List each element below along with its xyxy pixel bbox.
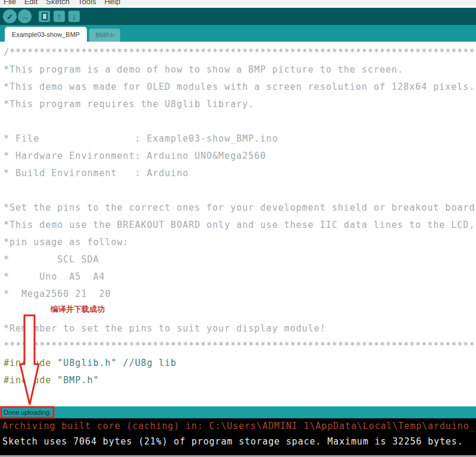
open-button[interactable]: ↑: [54, 11, 65, 22]
new-sketch-button[interactable]: [39, 11, 50, 22]
code-line: *pin usage as follow:: [4, 234, 476, 251]
menubar-items: FileEditSketchToolsHelp: [4, 0, 476, 6]
status-bar: Done uploading.: [0, 406, 476, 418]
code-line: * Build Environment : Arduino: [4, 165, 476, 182]
save-button[interactable]: ↓: [68, 11, 80, 22]
upload-button[interactable]: →: [18, 10, 32, 23]
editor[interactable]: /***************************************…: [0, 42, 476, 406]
code-line: /***************************************…: [4, 44, 476, 61]
tab-label: BMP.h: [95, 32, 114, 39]
check-icon: ✓: [7, 12, 14, 21]
document-icon: [42, 12, 48, 20]
code-line: * Hardware Environment: Arduino UNO&Mega…: [4, 148, 476, 165]
code-line: *This demo was made for OLED modules wit…: [4, 79, 476, 96]
down-arrow-icon: ↓: [72, 12, 76, 21]
console-line: Archiving built core (caching) in: C:\Us…: [2, 421, 476, 431]
console-line: Sketch uses 7064 bytes (21%) of program …: [2, 436, 476, 447]
menu-item-edit[interactable]: Edit: [24, 0, 37, 6]
toolbar: ✓→↑↓: [0, 8, 476, 25]
code-line: * SCL SDA: [4, 251, 476, 268]
console-output[interactable]: Archiving built core (caching) in: C:\Us…: [0, 418, 476, 455]
code-line: *Remember to set the pins to suit your d…: [4, 320, 476, 337]
code-line: *This program is a demo of how to show a…: [4, 61, 476, 79]
code-area: /***************************************…: [0, 42, 476, 389]
menu-item-tools[interactable]: Tools: [78, 0, 96, 6]
code-line: [4, 182, 476, 199]
code-line: * Uno A5 A4: [4, 268, 476, 286]
status-message: Done uploading.: [4, 409, 51, 416]
code-line: #include "BMP.h": [4, 372, 476, 389]
right-arrow-icon: →: [21, 12, 29, 21]
code-line: *This demo use the BREAKOUT BOARD only a…: [4, 217, 476, 234]
menubar: FileEditSketchToolsHelp: [0, 0, 476, 7]
code-line: [4, 303, 476, 320]
tab-example03-show-bmp[interactable]: Example03-show_BMP: [5, 27, 87, 42]
tab-bmp-h[interactable]: BMP.h: [89, 29, 120, 42]
code-line: #include "U8glib.h" //U8g lib: [4, 355, 476, 372]
code-line: [4, 113, 476, 130]
code-line: *Set the pins to the correct ones for yo…: [4, 199, 476, 217]
code-line: * File : Example03-show_BMP.ino: [4, 130, 476, 148]
code-line: * Mega2560 21 20: [4, 286, 476, 303]
tab-label: Example03-show_BMP: [12, 31, 80, 38]
menu-item-help[interactable]: Help: [104, 0, 120, 6]
verify-button[interactable]: ✓: [3, 10, 17, 23]
tab-strip: Example03-show_BMP BMP.h: [0, 25, 476, 42]
menu-item-sketch[interactable]: Sketch: [46, 0, 70, 6]
menu-item-file[interactable]: File: [4, 0, 16, 6]
code-line: *This program requires the U8glib librar…: [4, 96, 476, 113]
up-arrow-icon: ↑: [57, 12, 61, 21]
code-line: ****************************************…: [4, 337, 476, 355]
